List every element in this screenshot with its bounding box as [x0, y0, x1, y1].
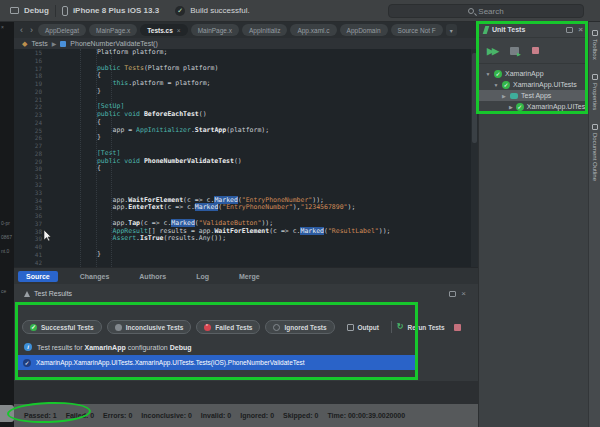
class-icon: ◆ — [22, 40, 27, 48]
filter-label: Ignored Tests — [284, 324, 326, 331]
expander-icon[interactable]: ▶ — [501, 93, 507, 99]
dock-icon[interactable] — [566, 27, 573, 33]
tree-item-test-apps[interactable]: ▶Test Apps — [479, 90, 588, 101]
unit-tests-icon — [483, 26, 490, 34]
line-number: 38 — [14, 228, 42, 236]
filter-ignored-tests[interactable]: Ignored Tests — [265, 320, 334, 334]
dock-icon[interactable] — [449, 291, 456, 297]
test-apps-icon — [510, 93, 518, 99]
code-line: 42 — [14, 259, 478, 267]
code-line: 15 Platform platform; — [14, 49, 478, 57]
line-number: 18 — [14, 72, 42, 80]
filter-output[interactable]: Output — [340, 320, 386, 334]
tab-mainpage-x[interactable]: MainPage.x — [89, 24, 137, 36]
expander-icon[interactable]: ▶ — [509, 104, 513, 110]
line-number: 40 — [14, 243, 42, 251]
tab-source-not-f[interactable]: Source Not F — [391, 24, 443, 36]
tree-item-xamarinapp-uitests[interactable]: ▶✓XamarinApp.UITests — [479, 101, 588, 112]
tab-label: Tests.cs — [147, 27, 173, 34]
side-tab-properties[interactable]: Properties — [592, 74, 598, 110]
line-number: 39 — [14, 235, 42, 243]
subtab-changes[interactable]: Changes — [72, 271, 118, 282]
filter-inconclusive-tests[interactable]: Inconclusive Tests — [107, 320, 192, 334]
code-line: 26 } — [14, 134, 478, 142]
stop-icon[interactable] — [454, 324, 461, 331]
status-inconclusive: Inconclusive: 0 — [141, 412, 192, 419]
build-status-text: Build successful. — [190, 6, 250, 15]
navigate-back-icon[interactable]: ‹ — [18, 25, 25, 35]
line-number: 20 — [14, 88, 42, 96]
tree-item-label: Test Apps — [521, 92, 551, 99]
filter-failed-tests[interactable]: Failed Tests — [196, 320, 260, 334]
document-outline-icon — [592, 124, 598, 130]
run-tests-with-icon[interactable] — [510, 47, 519, 55]
stop-tests-icon[interactable] — [532, 47, 539, 54]
search-input[interactable]: Search — [388, 4, 584, 18]
code-editor[interactable]: 15 Platform platform;1617 public Tests(P… — [14, 49, 478, 267]
tab-appdomain[interactable]: AppDomain — [340, 24, 388, 36]
test-results-title: Test Results — [34, 290, 72, 297]
unit-tests-title: Unit Tests — [492, 26, 525, 33]
panel-controls: × — [449, 289, 466, 298]
test-results-summary: i Test results for XamarinApp configurat… — [24, 343, 191, 351]
line-number: 25 — [14, 127, 42, 135]
expander-icon[interactable]: ▼ — [485, 71, 491, 77]
line-number: 23 — [14, 111, 42, 119]
subtab-merge[interactable]: Merge — [231, 271, 268, 282]
code-line: 41 } — [14, 251, 478, 259]
line-number: 26 — [14, 134, 42, 142]
device-selector[interactable]: iPhone 8 Plus iOS 13.3 — [73, 6, 159, 15]
background-fragment: ce — [1, 288, 6, 294]
test-success-icon: ✓ — [494, 70, 502, 78]
breadcrumb-scope[interactable]: Tests — [31, 40, 47, 47]
failed-icon — [204, 324, 211, 331]
line-number: 29 — [14, 158, 42, 166]
output-icon — [347, 324, 354, 331]
tree-item-label: XamarinApp.UITests — [527, 103, 591, 110]
code-text — [42, 189, 50, 197]
test-result-row[interactable]: ✓ XamarinApp.XamarinApp.UITests.XamarinA… — [16, 355, 418, 370]
tab-app-xaml-c[interactable]: App.xaml.c — [290, 24, 336, 36]
line-number: 37 — [14, 220, 42, 228]
filter-label: Successful Tests — [41, 324, 94, 331]
rerun-label: Rerun Tests — [408, 324, 445, 331]
tab-overflow-icon[interactable]: ▾ — [446, 24, 457, 36]
close-icon[interactable]: × — [578, 25, 583, 34]
filter-successful-tests[interactable]: Successful Tests — [22, 320, 102, 334]
tab-close-icon[interactable]: × — [177, 27, 181, 34]
run-tests-icon[interactable]: ▶▶ — [487, 46, 497, 56]
tab-label: AppDomain — [347, 27, 381, 34]
background-fragment: 0-pr — [1, 220, 10, 226]
code-text — [42, 173, 50, 181]
filter-label: Output — [358, 324, 379, 331]
tab-appinitializ[interactable]: AppInitializ — [242, 24, 287, 36]
subtab-authors[interactable]: Authors — [131, 271, 174, 282]
editor-scrollbar[interactable] — [471, 49, 478, 267]
side-tab-document-outline[interactable]: Document Outline — [592, 124, 598, 181]
filter-label: Failed Tests — [215, 324, 252, 331]
tab-tests-cs[interactable]: Tests.cs× — [140, 24, 187, 36]
scrollbar-thumb[interactable] — [472, 53, 477, 143]
subtab-source[interactable]: Source — [18, 271, 58, 282]
navigate-forward-icon[interactable]: › — [28, 25, 35, 35]
build-configuration-selector[interactable]: Debug — [24, 6, 49, 15]
main-toolbar: Debug iPhone 8 Plus iOS 13.3 ✓ Build suc… — [0, 0, 600, 22]
breadcrumb-member[interactable]: PhoneNumberValidateTest() — [70, 40, 157, 47]
unit-tests-header: Unit Tests × — [479, 22, 588, 38]
expander-icon[interactable]: ▼ — [493, 82, 499, 88]
tab-appdelegat[interactable]: AppDelegat — [38, 24, 86, 36]
line-number: 33 — [14, 189, 42, 197]
subtab-log[interactable]: Log — [188, 271, 217, 282]
status-time: Time: 00:00:39.0020000 — [327, 412, 405, 419]
code-text: } — [42, 134, 101, 142]
line-number: 24 — [14, 119, 42, 127]
close-icon[interactable]: × — [461, 289, 466, 298]
tree-item-xamarinapp[interactable]: ▼✓XamarinApp — [479, 68, 588, 79]
rerun-icon: ↻ — [397, 323, 404, 331]
background-fragment: 0867 — [1, 234, 12, 240]
tab-mainpage-x[interactable]: MainPage.x — [191, 24, 239, 36]
rerun-tests-button[interactable]: ↻Rerun Tests — [397, 323, 445, 331]
tree-item-xamarinapp-uitests[interactable]: ▼✓XamarinApp.UITests — [479, 79, 588, 90]
side-tab-label: Properties — [592, 83, 598, 110]
side-tab-toolbox[interactable]: Toolbox — [592, 30, 598, 60]
